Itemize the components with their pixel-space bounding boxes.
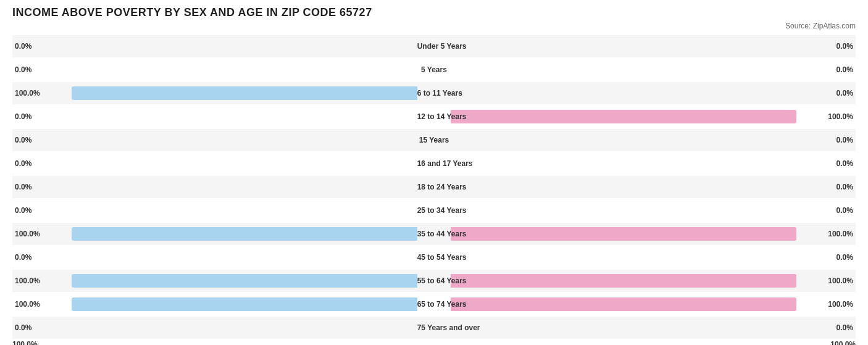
right-section: 0.0% — [451, 176, 856, 198]
female-value: 0.0% — [837, 253, 853, 262]
left-section: 0.0% — [12, 199, 417, 222]
male-bar — [72, 274, 417, 288]
right-section: 100.0% — [451, 293, 856, 315]
left-section: 100.0% — [12, 270, 417, 292]
age-label: 16 and 17 Years — [417, 159, 451, 168]
left-section: 0.0% — [12, 317, 417, 339]
male-value: 0.0% — [15, 136, 31, 144]
left-section: 0.0% — [12, 59, 417, 81]
age-label: 65 to 74 Years — [417, 300, 451, 309]
female-value: 100.0% — [828, 112, 853, 121]
female-bar — [451, 110, 796, 123]
female-value: 0.0% — [837, 183, 853, 191]
right-section: 100.0% — [451, 270, 856, 292]
bottom-right-value: 100.0% — [830, 340, 856, 345]
male-value: 0.0% — [15, 65, 31, 74]
right-section: 0.0% — [451, 35, 856, 57]
female-value: 0.0% — [837, 65, 853, 74]
male-value: 0.0% — [15, 183, 31, 191]
chart-row: 100.0% 65 to 74 Years 100.0% — [12, 293, 856, 315]
left-section: 0.0% — [12, 106, 417, 128]
age-label: 18 to 24 Years — [417, 183, 451, 191]
age-label: 55 to 64 Years — [417, 276, 451, 285]
bottom-values: 100.0% 100.0% — [12, 340, 856, 345]
male-bar — [72, 297, 417, 311]
male-value: 0.0% — [15, 159, 31, 168]
right-section: 100.0% — [451, 223, 856, 245]
female-bar — [451, 297, 796, 311]
right-section: 0.0% — [451, 246, 856, 268]
male-value: 0.0% — [15, 253, 31, 262]
left-section: 100.0% — [12, 293, 417, 315]
chart-title: INCOME ABOVE POVERTY BY SEX AND AGE IN Z… — [12, 6, 856, 19]
left-section: 0.0% — [12, 176, 417, 198]
chart-row: 100.0% 35 to 44 Years 100.0% — [12, 223, 856, 245]
chart-row: 100.0% 6 to 11 Years 0.0% — [12, 82, 856, 104]
left-section: 0.0% — [12, 246, 417, 268]
male-value: 100.0% — [15, 230, 40, 238]
source-text: Source: ZipAtlas.com — [12, 22, 856, 30]
right-section: 0.0% — [451, 152, 856, 175]
female-value: 100.0% — [828, 300, 853, 309]
right-section: 0.0% — [451, 59, 856, 81]
age-label: 45 to 54 Years — [417, 253, 451, 262]
chart-row: 0.0% 5 Years 0.0% — [12, 59, 856, 81]
male-bar — [72, 86, 417, 100]
female-value: 100.0% — [828, 230, 853, 238]
chart-row: 0.0% 16 and 17 Years 0.0% — [12, 152, 856, 175]
age-label: 25 to 34 Years — [417, 206, 451, 215]
age-label: 6 to 11 Years — [417, 89, 451, 98]
male-value: 0.0% — [15, 42, 31, 51]
chart-row: 0.0% 75 Years and over 0.0% — [12, 317, 856, 339]
left-section: 100.0% — [12, 82, 417, 104]
female-value: 0.0% — [837, 89, 853, 98]
male-value: 100.0% — [15, 276, 40, 285]
chart-row: 0.0% 18 to 24 Years 0.0% — [12, 176, 856, 198]
right-section: 0.0% — [451, 317, 856, 339]
male-value: 0.0% — [15, 206, 31, 215]
chart-row: 0.0% 15 Years 0.0% — [12, 129, 856, 151]
female-bar — [451, 227, 796, 241]
age-label: 75 Years and over — [417, 323, 451, 332]
right-section: 0.0% — [451, 129, 856, 151]
age-label: 15 Years — [417, 136, 451, 144]
chart-row: 100.0% 55 to 64 Years 100.0% — [12, 270, 856, 292]
female-value: 100.0% — [828, 276, 853, 285]
right-section: 100.0% — [451, 106, 856, 128]
chart-row: 0.0% 45 to 54 Years 0.0% — [12, 246, 856, 268]
left-section: 100.0% — [12, 223, 417, 245]
male-bar — [72, 227, 417, 241]
age-label: 12 to 14 Years — [417, 112, 451, 121]
female-value: 0.0% — [837, 206, 853, 215]
right-section: 0.0% — [451, 199, 856, 222]
chart-row: 0.0% 25 to 34 Years 0.0% — [12, 199, 856, 222]
female-bar — [451, 274, 796, 288]
left-section: 0.0% — [12, 152, 417, 175]
male-value: 0.0% — [15, 323, 31, 332]
left-section: 0.0% — [12, 35, 417, 57]
chart-container: 0.0% Under 5 Years 0.0% 0.0% 5 Years 0.0… — [12, 35, 856, 339]
female-value: 0.0% — [837, 159, 853, 168]
female-value: 0.0% — [837, 42, 853, 51]
age-label: 5 Years — [417, 65, 451, 74]
left-section: 0.0% — [12, 129, 417, 151]
male-value: 0.0% — [15, 112, 31, 121]
age-label: Under 5 Years — [417, 42, 451, 51]
female-value: 0.0% — [837, 323, 853, 332]
chart-row: 0.0% Under 5 Years 0.0% — [12, 35, 856, 57]
bottom-left-value: 100.0% — [12, 340, 38, 345]
chart-row: 0.0% 12 to 14 Years 100.0% — [12, 106, 856, 128]
female-value: 0.0% — [837, 136, 853, 144]
age-label: 35 to 44 Years — [417, 230, 451, 238]
male-value: 100.0% — [15, 89, 40, 98]
right-section: 0.0% — [451, 82, 856, 104]
male-value: 100.0% — [15, 300, 40, 309]
